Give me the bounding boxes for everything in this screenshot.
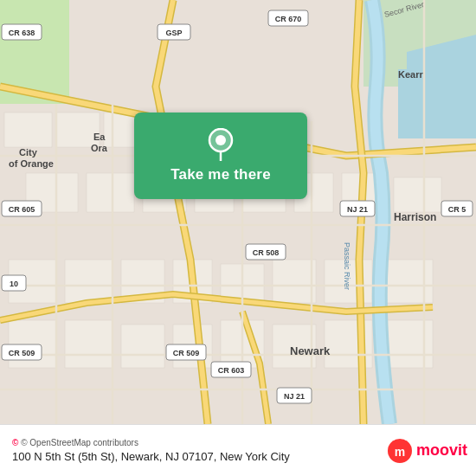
moovit-name: moovit	[416, 441, 467, 460]
take-me-there-button[interactable]: Take me there	[134, 113, 307, 199]
map-container[interactable]: CR 638 GSP CR 670 GSP CR 605 NJ 21 CR 5 …	[0, 0, 476, 424]
svg-text:NJ 21: NJ 21	[347, 205, 368, 214]
take-me-there-label: Take me there	[170, 166, 271, 183]
map-pin-icon	[207, 128, 235, 161]
bottom-bar: © © OpenStreetMap contributors 100 N 5th…	[0, 424, 476, 476]
svg-text:City: City	[19, 147, 38, 158]
svg-text:Kearr: Kearr	[398, 69, 423, 80]
svg-rect-17	[65, 260, 113, 303]
svg-rect-9	[87, 173, 134, 212]
svg-text:NJ 21: NJ 21	[284, 392, 305, 401]
svg-text:CR 5: CR 5	[448, 205, 466, 214]
svg-text:Ea: Ea	[93, 132, 106, 142]
svg-text:10: 10	[10, 280, 18, 288]
svg-text:CR 603: CR 603	[218, 366, 245, 375]
svg-rect-4	[4, 113, 52, 147]
svg-text:Passaic River: Passaic River	[343, 242, 351, 290]
svg-text:CR 638: CR 638	[9, 29, 35, 37]
svg-text:of Orange: of Orange	[9, 158, 54, 169]
svg-rect-21	[273, 260, 316, 303]
bottom-info: © © OpenStreetMap contributors 100 N 5th…	[12, 438, 387, 463]
svg-text:GSP: GSP	[165, 29, 182, 37]
svg-point-79	[215, 135, 226, 145]
svg-text:CR 508: CR 508	[253, 248, 280, 257]
svg-text:CR 670: CR 670	[275, 15, 302, 23]
moovit-brand-icon: m	[387, 438, 413, 464]
moovit-logo: m moovit	[387, 438, 467, 464]
svg-text:Harrison: Harrison	[394, 211, 436, 223]
svg-rect-15	[394, 177, 441, 212]
osm-logo: ©	[12, 438, 18, 447]
svg-rect-5	[56, 113, 100, 147]
svg-rect-25	[65, 320, 113, 368]
svg-text:CR 509: CR 509	[9, 349, 35, 357]
svg-text:CR 509: CR 509	[173, 349, 200, 357]
svg-rect-26	[121, 325, 164, 368]
svg-text:Ora: Ora	[91, 143, 108, 153]
svg-text:m: m	[395, 445, 405, 459]
osm-text: © OpenStreetMap contributors	[21, 438, 138, 447]
address-text: 100 N 5th St (5th St), Newark, NJ 07107,…	[12, 450, 387, 463]
osm-credit: © © OpenStreetMap contributors	[12, 438, 387, 447]
svg-text:Newark: Newark	[290, 344, 331, 357]
svg-text:CR 605: CR 605	[9, 205, 35, 214]
